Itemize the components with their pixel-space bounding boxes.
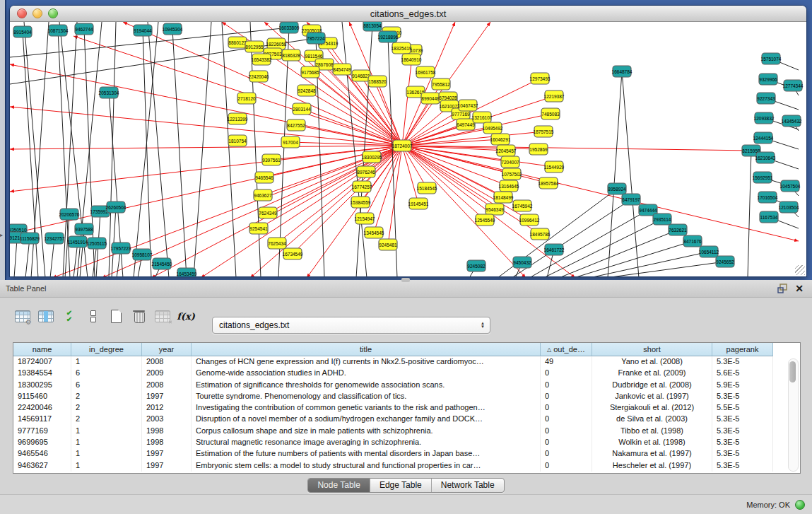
new-table-icon[interactable] <box>106 307 126 325</box>
network-node[interactable]: 8976246 <box>357 166 375 177</box>
table-cell[interactable]: 9463627 <box>13 460 71 472</box>
scrollbar-thumb[interactable] <box>789 361 796 382</box>
table-cell[interactable]: 0 <box>541 460 592 472</box>
table-cell[interactable]: Structural magnetic resonance image aver… <box>192 437 541 448</box>
table-cell[interactable]: Franke et al. (2009) <box>592 368 712 379</box>
column-header-short[interactable]: short <box>592 343 712 356</box>
network-node[interactable]: 10945304 <box>163 23 183 35</box>
table-cell[interactable]: Tourette syndrome. Phenomenology and cla… <box>192 391 541 402</box>
network-node[interactable]: 9242848 <box>298 85 316 96</box>
table-cell[interactable]: 2012 <box>142 402 192 414</box>
table-cell[interactable]: 1997 <box>142 460 192 472</box>
table-row[interactable]: 1872400712008Changes of HCN gene express… <box>13 356 800 368</box>
table-cell[interactable]: 19384554 <box>13 368 71 379</box>
table-cell[interactable]: Yano et al. (2008) <box>592 356 712 368</box>
table-cell[interactable]: 22420046 <box>13 402 71 414</box>
network-node[interactable]: 18325419 <box>392 42 412 54</box>
table-cell[interactable]: de Silva et al. (2003) <box>592 414 712 425</box>
network-node[interactable]: 20531304 <box>99 87 119 98</box>
network-node[interactable]: 13164645 <box>499 180 519 192</box>
network-node[interactable]: 2935114 <box>653 214 671 225</box>
rows-pair-icon[interactable] <box>83 307 102 325</box>
table-cell[interactable]: 1 <box>71 437 142 448</box>
network-node[interactable]: 14345432 <box>782 115 802 127</box>
table-cell[interactable]: 5.6E-5 <box>712 368 773 379</box>
network-node[interactable]: 9245082 <box>467 260 486 271</box>
table-cell[interactable]: Estimation of significance thresholds fo… <box>192 380 541 391</box>
network-node[interactable]: 7624349 <box>259 207 277 218</box>
network-node[interactable]: 9245652 <box>716 256 734 267</box>
network-node[interactable]: 13216107 <box>472 112 493 123</box>
table-cell[interactable]: Investigating the contribution of common… <box>192 402 541 414</box>
table-cell[interactable]: 0 <box>541 426 592 437</box>
network-node[interactable]: 20206576 <box>59 209 80 220</box>
network-node[interactable]: 12154947 <box>355 213 375 224</box>
network-node[interactable]: 8912955 <box>245 41 264 52</box>
network-node[interactable]: 15384559 <box>351 197 371 208</box>
network-node[interactable]: 15751074 <box>761 53 782 64</box>
network-node[interactable]: 19145451 <box>408 198 429 209</box>
network-node[interactable]: 22045457 <box>496 145 517 156</box>
network-node[interactable]: 12505115 <box>87 238 107 249</box>
table-row[interactable]: 969969511998Structural magnetic resonanc… <box>13 437 800 448</box>
network-node[interactable]: 18957584 <box>539 177 559 189</box>
network-node[interactable]: 18300295 <box>362 151 382 163</box>
network-node[interactable]: 13454545 <box>364 227 384 238</box>
network-node[interactable]: 8990448 <box>421 93 440 104</box>
network-node[interactable]: 12973493 <box>530 73 551 84</box>
table-settings-icon[interactable] <box>13 307 33 325</box>
network-node[interactable]: 1588520 <box>368 76 387 87</box>
table-cell[interactable]: 18724007 <box>13 356 71 368</box>
table-cell[interactable]: 2003 <box>142 414 192 425</box>
table-scrollbar[interactable] <box>788 358 799 472</box>
network-node[interactable]: 15692951 <box>753 172 773 183</box>
network-node[interactable]: 12093832 <box>754 112 775 124</box>
network-node[interactable]: 9465546 <box>255 172 273 183</box>
network-node[interactable]: 8454749 <box>333 64 351 75</box>
network-node[interactable]: 917004 <box>281 136 300 148</box>
table-cell[interactable]: Corpus callosum shape and size in male p… <box>192 426 541 437</box>
select-rows-icon[interactable]: ✔ ✔ <box>59 307 79 325</box>
network-node[interactable]: 9194044 <box>134 25 152 36</box>
table-cell[interactable]: 14569117 <box>13 414 71 425</box>
network-window-titlebar[interactable]: citations_edges.txt <box>10 6 806 22</box>
function-icon[interactable]: f(x) <box>176 307 196 325</box>
table-cell[interactable]: Disruption of a novel member of a sodium… <box>192 414 541 425</box>
table-cell[interactable]: 6 <box>71 380 142 391</box>
panel-collapse-arrow-icon[interactable]: ▸ <box>0 232 3 238</box>
table-row[interactable]: 946362711997Embryonic stem cells: a mode… <box>13 460 800 472</box>
network-node[interactable]: 9146821 <box>352 70 370 81</box>
tab-network-table[interactable]: Network Table <box>432 479 504 492</box>
column-header-name[interactable]: name <box>13 343 71 356</box>
network-node[interactable]: 1810754 <box>228 135 247 146</box>
network-node[interactable]: 10495492 <box>483 122 503 134</box>
network-node[interactable]: 17016504 <box>758 192 778 203</box>
network-node[interactable]: 9462744 <box>75 23 93 35</box>
network-node[interactable]: 11544929 <box>544 161 565 173</box>
table-cell[interactable]: 9465546 <box>13 448 71 460</box>
table-cell[interactable]: 0 <box>541 402 592 414</box>
network-node[interactable]: 16046291 <box>490 134 511 145</box>
table-cell[interactable]: 1997 <box>142 391 192 402</box>
network-node[interactable]: 8860123 <box>228 37 247 48</box>
network-node[interactable]: 9175685 <box>301 66 319 78</box>
network-node[interactable]: 6497449 <box>457 119 475 130</box>
network-node[interactable]: 16453459 <box>177 268 197 276</box>
table-row[interactable]: 1830029562008Estimation of significance … <box>13 380 800 391</box>
network-node[interactable]: 16033809 <box>279 22 300 33</box>
network-node[interactable]: 12545549 <box>475 214 495 226</box>
table-cell[interactable]: Wolkin et al. (1998) <box>592 437 712 448</box>
network-node[interactable]: 10871304 <box>48 25 69 36</box>
network-node[interactable]: 12103504 <box>779 201 799 213</box>
table-cell[interactable]: 5.9E-5 <box>712 380 773 391</box>
citation-network-graph[interactable]: 1872400788601238912955182260589827503818… <box>10 22 805 276</box>
network-node[interactable]: 15184545 <box>417 182 437 194</box>
table-cell[interactable]: 1 <box>71 356 142 368</box>
table-cell[interactable]: 5.3E-5 <box>712 391 773 402</box>
table-cell[interactable]: 6 <box>71 368 142 379</box>
table-cell[interactable]: 1 <box>71 460 142 472</box>
network-node[interactable]: 19218896 <box>378 31 399 42</box>
table-cell[interactable]: Tibbo et al. (1998) <box>592 426 712 437</box>
table-cell[interactable]: 1 <box>71 426 142 437</box>
network-node[interactable]: 7204007 <box>501 156 519 168</box>
